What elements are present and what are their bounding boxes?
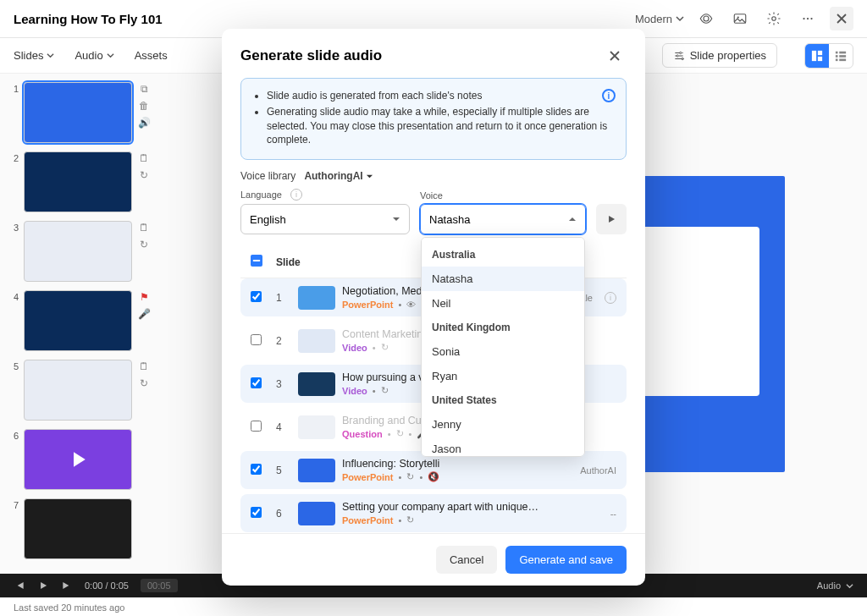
row-number: 6 — [276, 508, 291, 520]
info-line: Generating slide audio may take a while,… — [267, 105, 614, 147]
refresh-icon: ↻ — [381, 342, 389, 353]
dropdown-item[interactable]: Sonia — [422, 339, 584, 364]
row-title: Influencing: Storytelli — [342, 458, 542, 470]
chevron-up-icon — [568, 215, 577, 223]
row-type: Video — [342, 386, 367, 396]
row-type: PowerPoint — [342, 300, 394, 310]
select-all-checkbox[interactable] — [251, 255, 262, 267]
row-checkbox[interactable] — [251, 291, 262, 302]
row-number: 1 — [276, 292, 291, 304]
row-number: 5 — [276, 465, 291, 476]
row-thumb — [298, 502, 335, 525]
dropdown-item[interactable]: Neil — [422, 291, 584, 316]
dropdown-item[interactable]: Ryan — [422, 364, 584, 388]
row-number: 4 — [276, 421, 291, 433]
dropdown-group: United States — [422, 388, 584, 412]
preview-voice-button[interactable] — [596, 204, 627, 234]
language-select[interactable]: English — [240, 204, 410, 234]
row-title: Setting your company apart with unique… — [342, 501, 542, 513]
table-row[interactable]: 6 Setting your company apart with unique… — [240, 494, 627, 532]
language-value: English — [250, 213, 286, 226]
row-thumb — [298, 372, 335, 396]
modal-close-button[interactable] — [603, 44, 627, 68]
voice-library-label: Voice library — [240, 170, 295, 182]
voice-input[interactable] — [429, 213, 568, 226]
voice-library-dropdown[interactable]: AuthoringAI — [304, 170, 373, 182]
row-type: Video — [342, 343, 367, 353]
voice-dropdown: Australia Natasha Neil United Kingdom So… — [421, 237, 585, 457]
refresh-icon: ↻ — [396, 428, 404, 439]
generate-save-button[interactable]: Generate and save — [505, 546, 627, 574]
row-checkbox[interactable] — [251, 464, 262, 475]
info-notice: Slide audio is generated from each slide… — [240, 78, 627, 160]
row-type: PowerPoint — [342, 515, 394, 525]
chevron-down-icon — [392, 215, 400, 223]
dropdown-group: Australia — [422, 243, 584, 267]
dropdown-item[interactable]: Jenny — [422, 412, 584, 437]
refresh-icon: ↻ — [406, 514, 414, 525]
row-status: AuthorAI — [549, 465, 616, 476]
row-type: PowerPoint — [342, 472, 394, 482]
row-checkbox[interactable] — [251, 507, 262, 518]
dropdown-group: United Kingdom — [422, 316, 584, 339]
modal-title: Generate slide audio — [240, 47, 382, 64]
generate-audio-modal: Generate slide audio Slide audio is gene… — [222, 29, 645, 586]
row-checkbox[interactable] — [251, 421, 262, 432]
refresh-icon: ↻ — [406, 471, 414, 482]
voice-library-value: AuthoringAI — [304, 170, 362, 182]
cancel-button[interactable]: Cancel — [436, 546, 497, 574]
info-icon[interactable]: i — [605, 292, 616, 304]
row-thumb — [298, 286, 335, 310]
language-label: Language i — [240, 189, 410, 201]
play-icon — [605, 213, 617, 225]
row-thumb — [298, 415, 335, 439]
info-icon: i — [602, 89, 616, 102]
refresh-icon: ↻ — [381, 385, 389, 396]
speaker-off-icon: 🔇 — [428, 471, 439, 482]
row-number: 2 — [276, 335, 291, 347]
row-checkbox[interactable] — [251, 334, 262, 345]
row-status: -- — [549, 509, 616, 519]
eye-icon: 👁 — [406, 300, 416, 310]
voice-label: Voice — [420, 190, 586, 201]
chevron-down-icon — [366, 173, 373, 180]
row-checkbox[interactable] — [251, 377, 262, 388]
voice-select[interactable]: Australia Natasha Neil United Kingdom So… — [420, 204, 586, 234]
row-number: 3 — [276, 378, 291, 390]
info-line: Slide audio is generated from each slide… — [267, 89, 614, 103]
dropdown-item[interactable]: Jason — [422, 437, 584, 457]
row-type: Question — [342, 429, 383, 439]
row-thumb — [298, 459, 335, 482]
info-icon: i — [290, 189, 302, 201]
dropdown-item[interactable]: Natasha — [422, 267, 584, 291]
row-thumb — [298, 329, 335, 353]
